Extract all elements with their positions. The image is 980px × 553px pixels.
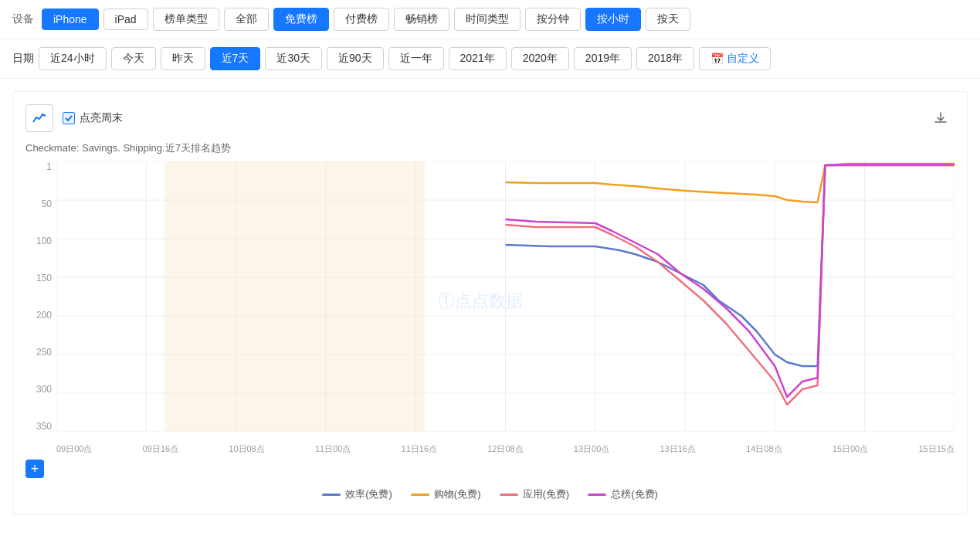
x-label-0: 09日00点 [56, 443, 92, 455]
filter-by-min-btn[interactable]: 按分钟 [525, 8, 581, 31]
date-today-btn[interactable]: 今天 [111, 47, 156, 70]
filter-paid-btn[interactable]: 付费榜 [334, 8, 389, 31]
filter-by-hour-btn[interactable]: 按小时 [585, 8, 641, 31]
custom-label: 自定义 [727, 52, 759, 66]
date-bar: 日期 近24小时 今天 昨天 近7天 近30天 近90天 近一年 2021年 2… [0, 39, 980, 79]
chart-inner: ①点点数据 [56, 161, 955, 432]
legend-line-efficiency [322, 494, 341, 496]
legend-label-apps: 应用(免费) [523, 487, 570, 501]
filter-free-btn[interactable]: 免费榜 [273, 8, 329, 31]
filter-all-btn[interactable]: 全部 [224, 8, 269, 31]
y-label-150: 150 [25, 273, 56, 283]
x-label-6: 13日00点 [574, 443, 609, 455]
device-label: 设备 [12, 12, 34, 26]
chart-area: 1 50 100 150 200 250 300 350 ①点点数据 [25, 161, 955, 455]
legend-item-efficiency: 效率(免费) [322, 487, 392, 501]
filter-by-day-btn[interactable]: 按天 [646, 8, 690, 31]
toolbar-left: 点亮周末 [25, 104, 123, 132]
check-icon [64, 114, 73, 123]
x-label-8: 14日08点 [746, 443, 782, 455]
legend-line-apps [500, 494, 518, 496]
plus-icon: + [31, 461, 39, 477]
add-btn[interactable]: + [25, 460, 44, 478]
legend-line-shopping [411, 494, 429, 496]
x-label-1: 09日16点 [143, 443, 178, 455]
date-label: 日期 [12, 52, 34, 66]
x-label-4: 11日16点 [402, 443, 437, 455]
x-axis: 09日00点 09日16点 10日08点 11日00点 11日16点 12日08… [56, 432, 955, 455]
highlight-weekend-toggle[interactable]: 点亮周末 [63, 111, 123, 125]
date-2020-btn[interactable]: 2020年 [511, 47, 569, 70]
x-label-2: 10日08点 [229, 443, 264, 455]
date-7days-btn[interactable]: 近7天 [210, 47, 261, 70]
filter-bar: 设备 iPhone iPad 榜单类型 全部 免费榜 付费榜 畅销榜 时间类型 … [0, 0, 980, 39]
chart-title: Checkmate: Savings. Shipping.近7天排名趋势 [25, 141, 955, 155]
chart-type-btn[interactable] [25, 104, 53, 132]
y-axis: 1 50 100 150 200 250 300 350 [25, 161, 56, 432]
y-label-200: 200 [25, 310, 56, 321]
x-label-5: 12日08点 [487, 443, 523, 455]
y-label-300: 300 [25, 384, 56, 395]
date-24h-btn[interactable]: 近24小时 [39, 47, 107, 70]
legend-item-apps: 应用(免费) [500, 487, 570, 501]
highlight-checkbox [63, 112, 75, 124]
calendar-icon: 📅 [710, 53, 724, 65]
date-2018-btn[interactable]: 2018年 [636, 47, 694, 70]
filter-bangdan-btn[interactable]: 榜单类型 [153, 8, 219, 31]
x-label-7: 13日16点 [660, 443, 695, 455]
date-2021-btn[interactable]: 2021年 [449, 47, 507, 70]
chart-container: 点亮周末 Checkmate: Savings. Shipping.近7天排名趋… [12, 91, 968, 514]
legend-label-efficiency: 效率(免费) [345, 487, 392, 501]
legend-label-total: 总榜(免费) [611, 487, 658, 501]
download-btn[interactable] [927, 104, 955, 132]
y-label-250: 250 [25, 347, 56, 358]
line-chart-icon [32, 111, 46, 125]
legend-item-shopping: 购物(免费) [411, 487, 481, 501]
y-label-100: 100 [25, 236, 56, 246]
date-custom-btn[interactable]: 📅 自定义 [699, 47, 771, 70]
date-30days-btn[interactable]: 近30天 [265, 47, 322, 70]
date-1year-btn[interactable]: 近一年 [388, 47, 444, 70]
device-ipad-btn[interactable]: iPad [103, 8, 148, 30]
device-iphone-btn[interactable]: iPhone [42, 8, 99, 30]
highlight-label: 点亮周末 [80, 111, 123, 125]
date-yesterday-btn[interactable]: 昨天 [161, 47, 205, 70]
filter-top-btn[interactable]: 畅销榜 [394, 8, 449, 31]
legend-item-total: 总榜(免费) [588, 487, 658, 501]
x-label-3: 11日00点 [315, 443, 351, 455]
weekend-bg [164, 161, 425, 432]
download-icon [934, 111, 948, 125]
y-label-350: 350 [25, 421, 56, 432]
x-label-10: 15日15点 [918, 443, 954, 455]
legend: 效率(免费) 购物(免费) 应用(免费) 总榜(免费) [25, 487, 955, 501]
legend-label-shopping: 购物(免费) [434, 487, 481, 501]
chart-toolbar: 点亮周末 [25, 104, 955, 132]
legend-line-total [588, 494, 606, 496]
date-90days-btn[interactable]: 近90天 [327, 47, 384, 70]
y-label-1: 1 [25, 161, 56, 172]
x-label-9: 15日00点 [832, 443, 868, 455]
y-label-50: 50 [25, 198, 56, 209]
filter-time-type-btn[interactable]: 时间类型 [454, 8, 521, 31]
date-2019-btn[interactable]: 2019年 [574, 47, 632, 70]
